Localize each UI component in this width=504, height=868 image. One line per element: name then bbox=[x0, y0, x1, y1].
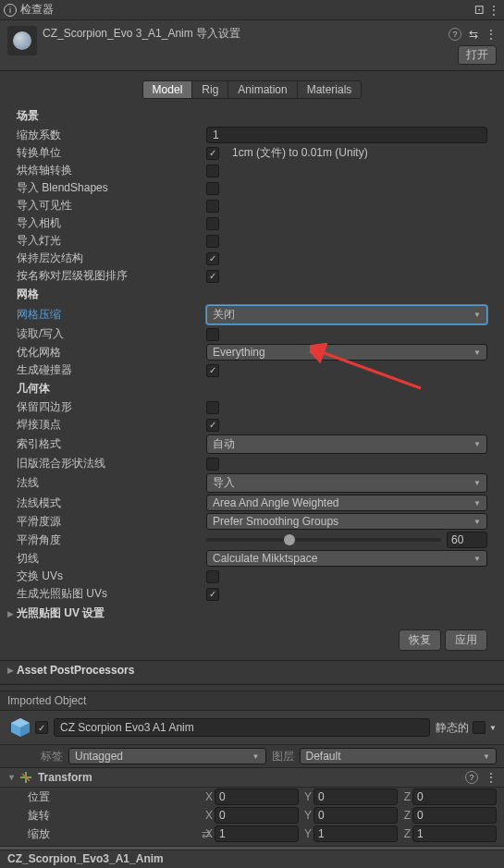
tab-rig[interactable]: Rig bbox=[191, 80, 228, 99]
scale-x-input[interactable]: 1 bbox=[215, 825, 299, 842]
gameobject-name-input[interactable]: CZ Scorpion Evo3 A1 Anim bbox=[54, 718, 430, 737]
scale-z-input[interactable]: 1 bbox=[412, 825, 497, 842]
triangle-right-icon: ▶ bbox=[7, 609, 17, 618]
prefab-icon bbox=[7, 715, 33, 740]
help-icon[interactable]: ? bbox=[449, 28, 461, 41]
import-lights-label: 导入灯光 bbox=[17, 233, 206, 249]
read-write-checkbox[interactable] bbox=[206, 328, 219, 341]
position-y-input[interactable]: 0 bbox=[313, 789, 398, 805]
generate-lightmap-uvs-checkbox[interactable]: ✓ bbox=[206, 588, 219, 601]
convert-units-checkbox[interactable]: ✓ bbox=[206, 147, 219, 160]
scale-factor-input[interactable]: 1 bbox=[206, 127, 487, 143]
chevron-down-icon: ▼ bbox=[473, 311, 481, 319]
asset-header: CZ_Scorpion_Evo 3_A1_Anim 导入设置 ? ⇆ ⋮ 打开 bbox=[0, 20, 504, 71]
asset-name: CZ_Scorpion_Evo 3_A1_Anim 导入设置 bbox=[43, 26, 240, 42]
bake-axis-label: 烘焙轴转换 bbox=[17, 163, 206, 178]
panel-title: 检查器 bbox=[20, 2, 471, 18]
optimize-mesh-dropdown[interactable]: Everything▼ bbox=[206, 344, 487, 361]
rotation-x-input[interactable]: 0 bbox=[215, 807, 299, 824]
info-icon: i bbox=[4, 4, 17, 17]
menu-icon[interactable]: ⋮ bbox=[486, 771, 497, 784]
tab-materials[interactable]: Materials bbox=[297, 80, 363, 99]
position-x-input[interactable]: 0 bbox=[215, 789, 299, 805]
normals-dropdown[interactable]: 导入▼ bbox=[206, 473, 487, 493]
chevron-down-icon: ▼ bbox=[473, 555, 481, 563]
convert-units-label: 转换单位 bbox=[17, 145, 206, 161]
bake-axis-checkbox[interactable] bbox=[206, 165, 219, 177]
legacy-blend-checkbox[interactable] bbox=[206, 458, 219, 471]
smoothing-angle-input[interactable]: 60 bbox=[447, 532, 487, 548]
weld-vertices-checkbox[interactable]: ✓ bbox=[206, 419, 219, 432]
revert-button[interactable]: 恢复 bbox=[399, 630, 441, 651]
tag-dropdown[interactable]: Untagged▼ bbox=[68, 748, 266, 764]
scale-factor-label: 缩放系数 bbox=[17, 128, 206, 143]
help-icon[interactable]: ? bbox=[465, 771, 478, 784]
sort-hierarchy-label: 按名称对层级视图排序 bbox=[17, 268, 206, 284]
normals-mode-label: 法线模式 bbox=[17, 495, 206, 511]
tangents-dropdown[interactable]: Calculate Mikktspace▼ bbox=[206, 550, 487, 567]
chevron-down-icon: ▼ bbox=[477, 752, 490, 761]
sort-hierarchy-checkbox[interactable]: ✓ bbox=[206, 270, 219, 283]
read-write-label: 读取/写入 bbox=[17, 326, 206, 342]
tag-label: 标签 bbox=[41, 749, 63, 764]
optimize-mesh-label: 优化网格 bbox=[17, 345, 206, 361]
open-button[interactable]: 打开 bbox=[458, 45, 497, 65]
layer-label: 图层 bbox=[272, 749, 294, 764]
importer-tabs: Model Rig Animation Materials bbox=[0, 71, 504, 106]
preserve-hierarchy-checkbox[interactable]: ✓ bbox=[206, 252, 219, 265]
section-geometry: 几何体 bbox=[0, 379, 504, 398]
menu-icon[interactable]: ⋮ bbox=[487, 4, 500, 17]
normals-mode-dropdown[interactable]: Area And Angle Weighted▼ bbox=[206, 495, 487, 511]
chevron-down-icon: ▼ bbox=[247, 752, 260, 761]
asset-thumbnail bbox=[7, 26, 37, 55]
preserve-hierarchy-label: 保持层次结构 bbox=[17, 251, 206, 266]
rotation-y-input[interactable]: 0 bbox=[313, 807, 398, 824]
smoothness-source-dropdown[interactable]: Prefer Smoothing Groups▼ bbox=[206, 513, 487, 530]
gameobject-enabled-checkbox[interactable]: ✓ bbox=[35, 721, 48, 734]
index-format-label: 索引格式 bbox=[17, 436, 206, 452]
static-dropdown-caret[interactable]: ▼ bbox=[489, 724, 497, 732]
rotation-z-input[interactable]: 0 bbox=[412, 807, 497, 824]
import-cameras-label: 导入相机 bbox=[17, 215, 206, 231]
triangle-down-icon: ▼ bbox=[7, 773, 16, 782]
tab-animation[interactable]: Animation bbox=[227, 80, 297, 99]
import-blendshapes-checkbox[interactable] bbox=[206, 182, 219, 195]
lock-icon[interactable]: ⚀ bbox=[473, 4, 486, 17]
smoothing-angle-slider[interactable] bbox=[206, 538, 441, 542]
tab-model[interactable]: Model bbox=[142, 80, 193, 99]
import-cameras-checkbox[interactable] bbox=[206, 217, 219, 230]
scale-y-input[interactable]: 1 bbox=[313, 825, 398, 842]
position-z-input[interactable]: 0 bbox=[412, 789, 497, 805]
section-mesh: 网格 bbox=[0, 285, 504, 304]
static-checkbox[interactable] bbox=[473, 721, 486, 734]
smoothing-angle-label: 平滑角度 bbox=[17, 532, 206, 548]
layer-dropdown[interactable]: Default▼ bbox=[300, 748, 498, 764]
import-visibility-label: 导入可见性 bbox=[17, 198, 206, 214]
generate-colliders-checkbox[interactable]: ✓ bbox=[206, 364, 219, 377]
static-label: 静态的 bbox=[436, 720, 469, 736]
mesh-compression-label: 网格压缩 bbox=[17, 307, 206, 323]
smoothness-source-label: 平滑度源 bbox=[17, 514, 206, 530]
preset-icon[interactable]: ⇆ bbox=[469, 28, 478, 41]
apply-button[interactable]: 应用 bbox=[445, 630, 487, 651]
import-blendshapes-label: 导入 BlendShapes bbox=[17, 180, 206, 196]
convert-units-text: 1cm (文件) to 0.01m (Unity) bbox=[232, 145, 368, 161]
index-format-dropdown[interactable]: 自动▼ bbox=[206, 434, 487, 454]
menu-icon[interactable]: ⋮ bbox=[486, 28, 497, 41]
gameobject-header: ✓ CZ Scorpion Evo3 A1 Anim 静态的 ▼ bbox=[0, 711, 504, 745]
asset-postprocessors-foldout[interactable]: ▶Asset PostProcessors bbox=[0, 661, 504, 685]
import-visibility-checkbox[interactable] bbox=[206, 200, 219, 213]
lightmap-uv-foldout[interactable]: ▶光照贴图 UV 设置 bbox=[0, 603, 504, 624]
chevron-down-icon: ▼ bbox=[473, 440, 481, 448]
keep-quads-label: 保留四边形 bbox=[17, 399, 206, 415]
mesh-compression-dropdown[interactable]: 关闭▼ bbox=[206, 305, 487, 324]
transform-icon bbox=[19, 771, 32, 784]
transform-component-header[interactable]: ▼ Transform ? ⋮ bbox=[0, 768, 504, 788]
keep-quads-checkbox[interactable] bbox=[206, 401, 219, 414]
scale-label: 缩放 bbox=[28, 826, 200, 842]
import-lights-checkbox[interactable] bbox=[206, 235, 219, 248]
preview-footer[interactable]: CZ_Scorpion_Evo3_A1_Anim bbox=[0, 850, 504, 868]
swap-uvs-checkbox[interactable] bbox=[206, 570, 219, 583]
position-label: 位置 bbox=[28, 789, 200, 805]
legacy-blend-label: 旧版混合形状法线 bbox=[17, 456, 206, 471]
